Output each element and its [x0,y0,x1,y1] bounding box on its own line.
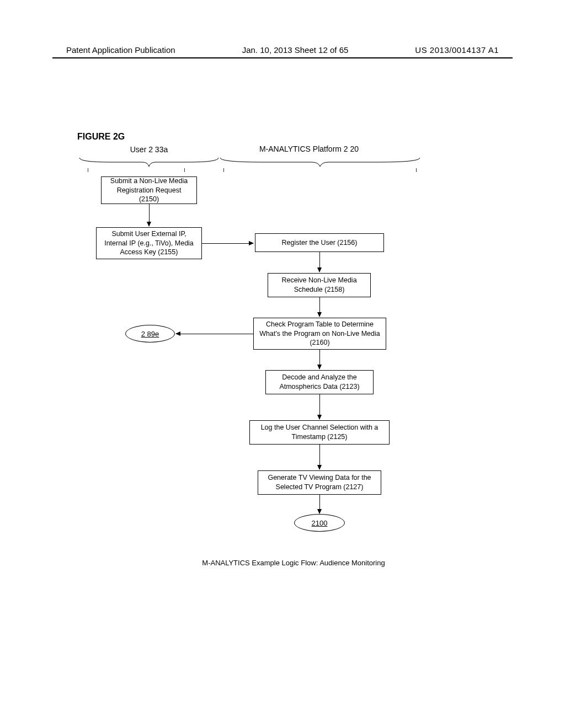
box-2158: Receive Non-Live Media Schedule (2158) [268,273,371,297]
box-2160: Check Program Table to Determine What's … [253,318,386,350]
arrow-2160-to-2123 [319,350,320,369]
arrow-2156-to-2158 [319,252,320,272]
flowchart: Submit a Non-Live Media Registration Req… [0,0,565,728]
box-2155: Submit User External IP, Internal IP (e.… [96,227,202,259]
ellipse-2100: 2100 [294,514,345,532]
arrow-2158-to-2160 [319,297,320,317]
box-2150: Submit a Non-Live Media Registration Req… [101,176,197,204]
arrow-2127-to-2100 [319,495,320,513]
arrow-2155-to-2156 [202,243,253,244]
diagram-caption: M-ANALYTICS Example Logic Flow: Audience… [194,559,393,567]
arrow-2123-to-2125 [319,394,320,419]
arrow-2160-to-289e [176,334,253,334]
arrow-2150-to-2155 [149,204,150,226]
arrow-2125-to-2127 [319,445,320,469]
box-2123: Decode and Analyze the Atmospherics Data… [265,370,374,394]
box-2127: Generate TV Viewing Data for the Selecte… [258,470,381,495]
ellipse-289e: 2 89e [125,325,175,342]
box-2125: Log the User Channel Selection with a Ti… [249,420,390,445]
box-2156: Register the User (2156) [255,233,384,252]
